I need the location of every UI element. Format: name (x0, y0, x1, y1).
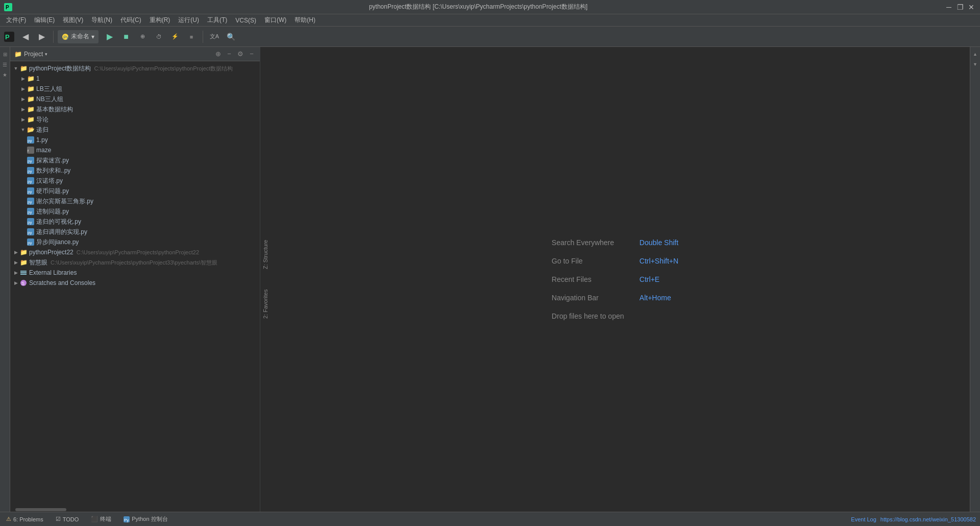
tree-file-visual[interactable]: py 递归的可视化.py (10, 217, 260, 227)
welcome-row-goto: Go to File Ctrl+Shift+N (552, 257, 678, 265)
close-button[interactable]: ✕ (967, 3, 976, 12)
file-maze-icon: f (27, 146, 35, 154)
python-console-icon: Py (124, 516, 130, 522)
search-everywhere-shortcut: Double Shift (640, 238, 678, 247)
tree-scrollbar-thumb[interactable] (15, 508, 66, 511)
welcome-row-search: Search Everywhere Double Shift (552, 238, 678, 247)
coverage-button[interactable]: ⊕ (135, 30, 150, 44)
add-content-root-button[interactable]: ⊕ (214, 50, 222, 58)
tree-folder-recurse[interactable]: ▼ 📂 递归 (10, 125, 260, 135)
folder-nb-label: NB三人组 (36, 95, 63, 104)
right-strip-icon-2[interactable]: ▼ (971, 60, 979, 68)
tree-folder-proj22[interactable]: ▶ 📁 pythonProject22 C:\Users\xuyip\Pycha… (10, 247, 260, 257)
search-everywhere-button[interactable]: 🔍 (224, 30, 238, 44)
tree-file-coin[interactable]: py 硬币问题.py (10, 186, 260, 196)
hide-panel-button[interactable]: − (248, 50, 256, 58)
svg-text:f: f (28, 149, 29, 153)
folder-proj22-path: C:\Users\xuyip\PycharmProjects\pythonPro… (77, 249, 199, 255)
run-button[interactable]: ▶ (103, 30, 117, 44)
project-title[interactable]: 📁 Project ▾ (14, 51, 47, 58)
navigation-bar-label: Navigation Bar (552, 294, 633, 302)
tree-file-1py[interactable]: py 1.py (10, 135, 260, 145)
menu-help[interactable]: 帮助(H) (290, 14, 320, 26)
title-bar-left: P (4, 3, 12, 11)
file-hanoi-icon: py (27, 177, 35, 185)
tree-scrollbar[interactable] (10, 508, 260, 512)
tree-folder-intro[interactable]: ▶ 📁 导论 (10, 114, 260, 125)
right-strip-icon-1[interactable]: ▲ (971, 50, 979, 58)
debug-button[interactable]: ■ (119, 30, 133, 44)
svg-text:py: py (28, 159, 32, 163)
tree-folder-eye[interactable]: ▶ 📁 智慧眼 C:\Users\xuyip\PycharmProjects\p… (10, 257, 260, 268)
file-recimpl-label: 递归调用的实现.py (36, 228, 87, 236)
tree-file-explore[interactable]: py 探索迷宫.py (10, 155, 260, 165)
favorites-tab[interactable]: 2: Favorites (262, 290, 268, 319)
title-bar: P pythonProject数据结构 [C:\Users\xuyip\Pych… (0, 0, 980, 14)
todo-icon: ☑ (56, 516, 61, 522)
python-console-tab[interactable]: Py Python 控制台 (121, 515, 169, 523)
file-coin-icon: py (27, 187, 35, 195)
status-bar-left: ⚠ 6: Problems ☑ TODO ⬛ 终端 Py Python 控制台 (4, 515, 170, 523)
menu-file[interactable]: 文件(F) (2, 14, 30, 26)
tree-folder-1[interactable]: ▶ 📁 1 (10, 74, 260, 84)
stop-button[interactable]: ■ (184, 30, 199, 44)
menu-code[interactable]: 代码(C) (116, 14, 145, 26)
structure-tab[interactable]: Z: Structure (262, 240, 268, 269)
svg-text:Py: Py (124, 518, 129, 522)
tree-file-binary[interactable]: py 进制问题.py (10, 206, 260, 217)
left-strip-icon-3[interactable]: ★ (1, 70, 9, 79)
tree-folder-scratch[interactable]: ▶ S Scratches and Consoles (10, 278, 260, 288)
tree-folder-lb[interactable]: ▶ 📁 LB三人组 (10, 84, 260, 94)
terminal-tab[interactable]: ⬛ 终端 (89, 515, 113, 523)
tree-folder-nb[interactable]: ▶ 📁 NB三人组 (10, 94, 260, 104)
folder-scratch-label: Scratches and Consoles (29, 279, 95, 286)
folder-extlib-arrow: ▶ (12, 269, 19, 276)
menu-window[interactable]: 窗口(W) (260, 14, 290, 26)
menu-view[interactable]: 视图(V) (59, 14, 87, 26)
menu-navigate[interactable]: 导航(N) (87, 14, 116, 26)
menu-edit[interactable]: 编辑(E) (30, 14, 59, 26)
todo-tab[interactable]: ☑ TODO (54, 516, 81, 522)
file-numsum-label: 数列求和..py (36, 166, 70, 175)
file-maze-label: maze (36, 147, 51, 154)
folder-1-arrow: ▶ (19, 75, 27, 82)
tree-folder-extlib[interactable]: ▶ External Libraries (10, 268, 260, 278)
app-icon: P (4, 32, 14, 42)
svg-text:py: py (28, 189, 32, 194)
csdn-link[interactable]: https://blog.csdn.net/weixin_51300582 (880, 516, 976, 522)
profile-button[interactable]: ⏱ (152, 30, 166, 44)
folder-proj22-label: pythonProject22 (29, 249, 74, 256)
concurrency-button[interactable]: ⚡ (168, 30, 182, 44)
menu-tools[interactable]: 工具(T) (203, 14, 231, 26)
svg-text:S: S (21, 281, 24, 286)
python-icon: Py (62, 33, 69, 40)
run-config-selector[interactable]: Py 未命名 ▾ (58, 30, 99, 43)
folder-eye-arrow: ▶ (12, 259, 19, 266)
root-path: C:\Users\xuyip\PycharmProjects\pythonPro… (94, 65, 233, 73)
menu-vcs[interactable]: VCS(S) (231, 14, 260, 26)
file-hanoi-label: 汉诺塔.py (36, 177, 63, 185)
left-strip-icon-1[interactable]: ⊞ (1, 50, 9, 58)
toolbar-back-button[interactable]: ◀ (18, 30, 33, 44)
tree-folder-basic[interactable]: ▶ 📁 基本数据结构 (10, 104, 260, 114)
project-panel: 📁 Project ▾ ⊕ − ⚙ − ▼ 📁 pythonProject数据结… (10, 47, 260, 512)
tree-file-hanoi[interactable]: py 汉诺塔.py (10, 176, 260, 186)
translate-button[interactable]: 文A (207, 30, 222, 44)
menu-refactor[interactable]: 重构(R) (145, 14, 175, 26)
tree-file-maze[interactable]: f maze (10, 145, 260, 155)
left-strip-icon-2[interactable]: ☰ (1, 60, 9, 68)
tree-file-recimpl[interactable]: py 递归调用的实现.py (10, 227, 260, 237)
settings-button[interactable]: ⚙ (236, 50, 244, 58)
collapse-all-button[interactable]: − (225, 50, 233, 58)
tree-file-sierp[interactable]: py 谢尔宾斯基三角形.py (10, 196, 260, 206)
tree-root-project[interactable]: ▼ 📁 pythonProject数据结构 C:\Users\xuyip\Pyc… (10, 63, 260, 74)
minimize-button[interactable]: ─ (944, 3, 953, 12)
tree-file-numsum[interactable]: py 数列求和..py (10, 165, 260, 176)
menu-run[interactable]: 运行(U) (174, 14, 203, 26)
folder-lb-arrow: ▶ (19, 85, 27, 92)
problems-tab[interactable]: ⚠ 6: Problems (4, 516, 45, 522)
toolbar-forward-button[interactable]: ▶ (35, 30, 49, 44)
event-log-link[interactable]: Event Log (851, 516, 876, 522)
maximize-button[interactable]: ❐ (955, 3, 965, 12)
tree-file-async[interactable]: py 异步间jiance.py (10, 237, 260, 247)
